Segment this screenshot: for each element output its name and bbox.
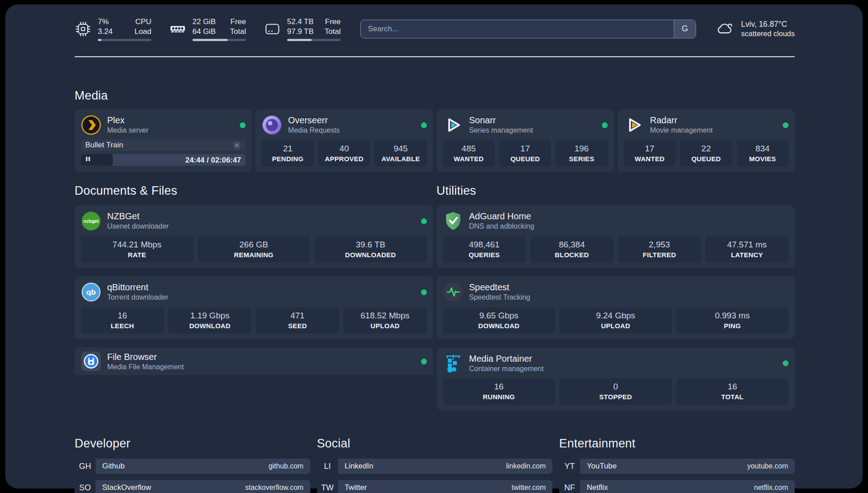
storage-progress-bar <box>287 39 341 41</box>
memory-free-label: Free <box>230 17 246 27</box>
cloud-icon <box>715 18 734 40</box>
weather-widget: Lviv, 16.87°C scattered clouds <box>715 18 795 40</box>
status-dot <box>783 360 789 366</box>
app-name: NZBGet <box>107 211 169 221</box>
bookmark-name: StackOverflow <box>102 483 151 492</box>
storage-stat: 52.4 TB 97.9 TB Free Total <box>264 17 341 41</box>
status-dot <box>421 289 427 295</box>
stat-seed: 471 SEED <box>256 307 339 334</box>
stat-queued: 17 QUEUED <box>499 140 551 167</box>
nzbget-icon: nzbget <box>81 211 101 231</box>
memory-icon <box>169 21 186 38</box>
bookmark-netflix[interactable]: NF Netflix netflix.com <box>559 480 795 493</box>
search-bar: G <box>360 20 696 38</box>
stat-movies: 834 MOVIES <box>737 140 789 167</box>
social-column: Social LI LinkedIn linkedin.com TW Twitt… <box>317 436 553 493</box>
cpu-load-value: 3.24 <box>98 27 113 37</box>
app-subtitle: Series management <box>469 126 533 135</box>
storage-free-value: 52.4 TB <box>287 17 313 27</box>
now-playing-title: Bullet Train <box>85 141 123 150</box>
app-subtitle: Speedtest Tracking <box>469 293 530 302</box>
app-name: Overseerr <box>288 115 340 125</box>
cpu-load-label: Load <box>134 27 151 37</box>
nzbget-card[interactable]: nzbget NZBGet Usenet downloader 74 <box>75 205 433 268</box>
memory-total-label: Total <box>230 27 246 37</box>
speedtest-icon <box>443 282 463 302</box>
overseerr-card[interactable]: Overseerr Media Requests 21 PENDING 40 A… <box>255 109 433 172</box>
bookmark-name: Twitter <box>345 483 367 492</box>
speedtest-card[interactable]: Speedtest Speedtest Tracking 9.65 Gbps D… <box>437 276 795 339</box>
app-name: AdGuard Home <box>469 211 534 221</box>
storage-total-value: 97.9 TB <box>287 27 313 37</box>
svg-text:qb: qb <box>87 288 96 297</box>
app-name: Speedtest <box>469 282 530 292</box>
documents-section-title: Documents & Files <box>75 184 433 199</box>
bookmark-url: netflix.com <box>754 484 788 492</box>
plex-card[interactable]: Plex Media server Bullet Train <box>75 109 252 172</box>
bookmark-github[interactable]: GH Github github.com <box>75 459 310 474</box>
adguard-card[interactable]: AdGuard Home DNS and adblocking 498,461 … <box>437 205 795 268</box>
bookmark-twitter[interactable]: TW Twitter twitter.com <box>317 480 553 493</box>
app-subtitle: Container management <box>469 364 544 374</box>
stat-latency: 47.571 ms LATENCY <box>705 236 789 263</box>
bookmark-name: Github <box>102 462 125 471</box>
portainer-icon <box>443 353 463 373</box>
memory-progress-bar <box>192 39 246 41</box>
app-subtitle: Media Requests <box>288 126 340 135</box>
weather-location-temp: Lviv, 16.87°C <box>741 19 795 29</box>
stat-total: 16 TOTAL <box>676 378 789 405</box>
bookmark-url: github.com <box>268 462 303 470</box>
bookmark-url: twitter.com <box>512 484 546 492</box>
stat-leech: 16 LEECH <box>81 307 164 334</box>
dashboard-panel: 7% 3.24 CPU Load <box>5 4 863 489</box>
app-subtitle: Movie management <box>650 126 713 135</box>
entertainment-column: Entertainment YT YouTube youtube.com NF … <box>559 436 795 493</box>
stat-running: 16 RUNNING <box>443 378 555 405</box>
bookmark-url: youtube.com <box>747 462 788 470</box>
bookmark-abbr: NF <box>559 480 580 493</box>
cpu-stat: 7% 3.24 CPU Load <box>75 17 151 41</box>
search-engine-button[interactable]: G <box>674 20 696 38</box>
bookmark-stackoverflow[interactable]: SO StackOverflow stackoverflow.com <box>75 480 310 493</box>
app-name: Plex <box>107 115 148 125</box>
stat-filtered: 2,953 FILTERED <box>618 236 701 263</box>
session-settings-icon[interactable] <box>233 141 241 150</box>
portainer-card[interactable]: Media Portainer Container management 16 … <box>437 347 795 410</box>
app-name: qBittorrent <box>107 282 168 292</box>
filebrowser-icon <box>81 351 101 372</box>
qbittorrent-card[interactable]: qb qBittorrent Torrent downloader <box>75 276 433 339</box>
memory-stat: 22 GiB 64 GiB Free Total <box>169 17 246 41</box>
stat-downloaded: 39.6 TB DOWNLOADED <box>314 236 427 263</box>
bookmark-youtube[interactable]: YT YouTube youtube.com <box>559 459 795 474</box>
bookmark-linkedin[interactable]: LI LinkedIn linkedin.com <box>317 459 553 474</box>
stat-blocked: 86,384 BLOCKED <box>530 236 613 263</box>
cpu-icon <box>75 21 92 38</box>
utilities-section-title: Utilities <box>437 184 795 199</box>
search-input[interactable] <box>361 20 674 38</box>
stat-rate: 744.21 Mbps RATE <box>81 236 193 263</box>
app-subtitle: DNS and adblocking <box>469 222 534 231</box>
status-dot <box>421 359 427 364</box>
storage-icon <box>264 21 281 38</box>
app-subtitle: Media File Management <box>107 363 184 372</box>
app-subtitle: Torrent downloader <box>107 293 168 302</box>
status-dot <box>240 122 246 128</box>
stat-pending: 21 PENDING <box>262 140 313 167</box>
cpu-progress-bar <box>98 39 151 41</box>
stat-upload: 9.24 Gbps UPLOAD <box>559 307 672 334</box>
stat-approved: 40 APPROVED <box>318 140 370 167</box>
memory-total-value: 64 GiB <box>192 27 216 37</box>
stat-remaining: 266 GB REMAINING <box>198 236 310 263</box>
playback-progress-bar[interactable]: 24:44 / 02:06:47 <box>81 154 246 166</box>
social-section-title: Social <box>317 436 553 451</box>
sonarr-card[interactable]: Sonarr Series management 485 WANTED 17 Q… <box>437 109 614 172</box>
bookmark-abbr: YT <box>559 459 580 474</box>
filebrowser-card[interactable]: File Browser Media File Management <box>75 347 433 375</box>
status-dot <box>421 122 427 128</box>
radarr-icon <box>624 115 644 135</box>
app-subtitle: Usenet downloader <box>107 222 169 231</box>
radarr-card[interactable]: Radarr Movie management 17 WANTED 22 QUE… <box>618 109 795 172</box>
bookmark-abbr: SO <box>75 480 96 493</box>
status-dot <box>421 218 427 224</box>
memory-free-value: 22 GiB <box>192 17 216 27</box>
